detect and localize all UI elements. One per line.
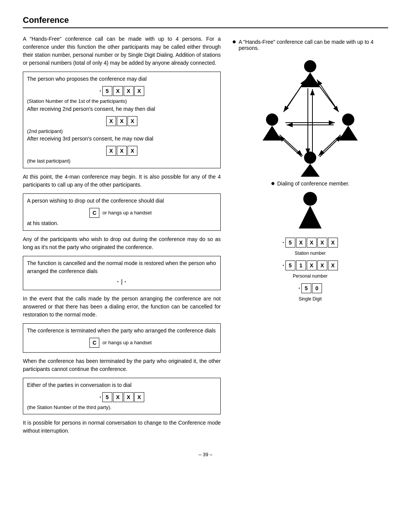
dial-seq-6: C or hangs up a handset <box>27 338 217 348</box>
or-text-2: or hangs up a handset <box>102 340 151 345</box>
station-label: Station number <box>295 250 325 257</box>
svg-line-16 <box>319 135 341 156</box>
key-x-3c: X <box>127 146 137 156</box>
key-c-1: C <box>89 208 99 218</box>
station-dial-row: · 5 X X X X <box>282 238 338 248</box>
box3-sublabel: (the last participant) <box>27 157 217 165</box>
key-x-p1: X <box>307 260 317 270</box>
para-5: When the conference has been terminated … <box>23 357 221 373</box>
box4-text: A person wishing to drop out of the conf… <box>27 197 217 205</box>
svg-line-12 <box>316 81 339 112</box>
key-5-single: 5 <box>301 283 311 293</box>
svg-marker-7 <box>301 164 320 177</box>
or-text-1: or hangs up a handset <box>102 210 151 216</box>
right-note-1-text: A "Hands-Free" conference call can be ma… <box>239 39 388 51</box>
key-x-p2: X <box>317 260 327 270</box>
svg-line-15 <box>279 136 302 157</box>
key-5-1: 5 <box>102 86 112 96</box>
box-1: The person who proposes the conference m… <box>23 72 221 168</box>
box2-sublabel: (2nd participant) <box>27 128 217 135</box>
dot-key-1: · <box>99 88 101 94</box>
box-6: The conference is terminated when the pa… <box>23 323 221 353</box>
dial-seq-7: · 5 X X X <box>27 392 217 402</box>
key-5-station: 5 <box>285 238 295 248</box>
box5-text: The function is cancelled and the normal… <box>27 259 217 275</box>
left-column: A "Hands-Free" conference call can be ma… <box>23 35 221 439</box>
key-x-1c: X <box>134 86 144 96</box>
key-x-2a: X <box>106 116 116 126</box>
single-digit-label: Single Digit <box>299 296 322 302</box>
box7-text: Either of the parties in conversation is… <box>27 381 217 389</box>
dot-station: · <box>282 239 284 246</box>
dot-key-4: · <box>99 394 101 401</box>
single-person-figure <box>291 190 329 236</box>
key-x-3b: X <box>117 146 127 156</box>
key-x-1a: X <box>113 86 123 96</box>
key-x-s1: X <box>296 238 306 248</box>
svg-point-4 <box>342 113 354 126</box>
svg-line-13 <box>317 80 338 110</box>
key-0-single: 0 <box>312 283 322 293</box>
bullet-icon-1: ● <box>232 38 236 45</box>
key-x-s3: X <box>317 238 327 248</box>
svg-marker-3 <box>263 126 282 141</box>
bullet-icon-2: ● <box>271 180 275 187</box>
right-note-1: ● A "Hands-Free" conference call can be … <box>232 39 388 51</box>
box-7: Either of the parties in conversation is… <box>23 378 221 415</box>
dot-personal: · <box>282 262 284 269</box>
right-column: ● A "Hands-Free" conference call can be … <box>232 35 388 439</box>
dot-key-2: · <box>117 278 118 285</box>
key-5-personal: 5 <box>285 260 295 270</box>
svg-line-17 <box>320 136 341 157</box>
box6-text: The conference is terminated when the pa… <box>27 327 217 335</box>
svg-point-0 <box>304 60 316 72</box>
intro-paragraph: A "Hands-Free" conference call can be ma… <box>23 35 221 67</box>
para-4: In the event that the calls made by the … <box>23 295 221 319</box>
dot-single: · <box>298 285 300 292</box>
conference-diagram <box>257 55 363 177</box>
key-1-personal: 1 <box>296 260 306 270</box>
key-x-7b: X <box>124 392 134 402</box>
svg-marker-23 <box>299 206 322 228</box>
key-5-2: 5 <box>102 392 112 402</box>
svg-line-11 <box>285 80 306 110</box>
dot-key-3: · <box>124 278 126 285</box>
box7-sublabel: (the Station Number of the third party). <box>27 404 217 411</box>
box-4: A person wishing to drop out of the conf… <box>23 193 221 231</box>
box3-text: After receiving 3rd person's consent, he… <box>27 135 217 143</box>
dial-seq-1: · 5 X X X <box>27 86 217 96</box>
right-note-2-text: Dialing of conference member. <box>277 181 350 187</box>
key-x-3a: X <box>106 146 116 156</box>
dial-seq-4: C or hangs up a handset <box>27 208 217 218</box>
dial-seq-5: · | · <box>27 278 217 285</box>
personal-label: Personal number <box>293 273 327 280</box>
svg-point-22 <box>303 192 317 206</box>
dial-seq-2: X X X <box>27 116 217 126</box>
key-x-7a: X <box>113 392 123 402</box>
para-6: It is possible for persons in normal con… <box>23 419 221 435</box>
para-2: At this point, the 4-man conference may … <box>23 173 221 189</box>
key-x-s2: X <box>307 238 317 248</box>
key-x-p3: X <box>328 260 338 270</box>
svg-marker-5 <box>339 126 358 141</box>
box1-text: The person who proposes the conference m… <box>27 75 217 83</box>
box2-text: After receiving 2nd person's consent, he… <box>27 105 217 113</box>
key-x-s4: X <box>328 238 338 248</box>
para-3: Any of the participants who wish to drop… <box>23 235 221 251</box>
box4-suffix: at his station. <box>27 219 217 227</box>
page-number: – 39 – <box>23 451 388 459</box>
box-5: The function is cancelled and the normal… <box>23 256 221 290</box>
key-x-2b: X <box>117 116 127 126</box>
key-x-1b: X <box>124 86 134 96</box>
box1-sublabel: (Station Number of the 1st of the partic… <box>27 97 217 105</box>
key-c-2: C <box>89 338 99 348</box>
key-x-7c: X <box>134 392 144 402</box>
single-digit-dial-row: · 5 0 <box>298 283 322 293</box>
dial-seq-3: X X X <box>27 146 217 156</box>
key-x-2c: X <box>127 116 137 126</box>
personal-dial-row: · 5 1 X X X <box>282 260 338 270</box>
page-title: Conference <box>23 15 388 28</box>
right-note-2: ● Dialing of conference member. <box>271 181 350 187</box>
svg-point-6 <box>304 152 316 164</box>
svg-point-2 <box>266 113 278 126</box>
